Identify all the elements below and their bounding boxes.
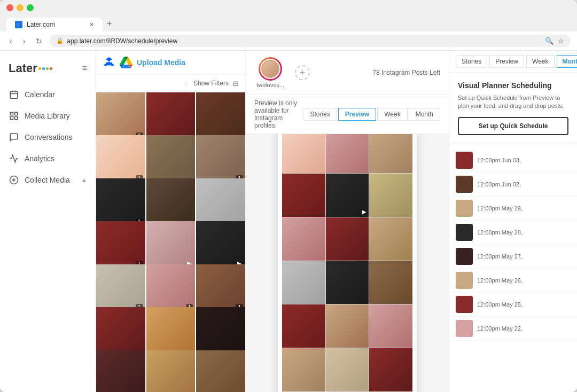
play-icon: ▶ [362,209,367,215]
phone-mockup: Rachel Korinek twolovesstudio [278,134,417,392]
media-thumb[interactable]: 1 [96,135,145,184]
media-thumb[interactable] [96,350,145,392]
media-grid: 1 1 [96,92,245,392]
schedule-item[interactable]: 12:00pm Jun 03, [449,148,577,173]
media-thumb[interactable] [96,307,145,356]
search-icon[interactable]: 🔍 [545,37,553,45]
svg-rect-0 [10,91,18,99]
filter-options-button[interactable]: ⊟ [233,80,239,88]
schedule-item[interactable]: 12:00pm May 27, [449,245,577,269]
tab-week[interactable]: Week [377,108,407,121]
profile-username: twoloves... [256,82,284,88]
dropbox-icon[interactable] [103,56,115,69]
media-thumb[interactable]: 1 [196,135,245,184]
profile-avatar[interactable] [259,57,282,81]
phone-cell [326,304,369,348]
logo-dot-yellow [38,67,41,70]
schedule-thumb [456,200,473,217]
collect-media-icon [9,175,19,185]
quick-schedule-button[interactable]: Set up Quick Schedule [458,117,568,135]
app-logo: Later [9,61,52,75]
schedule-item[interactable]: 12:00pm May 28, [449,221,577,245]
bookmark-icon[interactable]: ☆ [558,37,564,45]
svg-rect-4 [10,112,13,115]
conversations-icon [9,132,19,143]
sidebar-item-collect-media[interactable]: Collect Media ▲ [0,169,96,191]
media-thumb[interactable] [196,350,245,392]
back-button[interactable]: ‹ [6,36,15,46]
schedule-item[interactable]: 12:00pm May 22, [449,317,577,341]
media-thumb[interactable] [146,350,196,392]
refresh-button[interactable]: ↻ [33,36,45,46]
schedule-thumb [456,296,473,313]
svg-rect-7 [15,117,18,120]
star-filter-button[interactable]: ☆ [182,79,189,88]
sidebar-item-analytics[interactable]: Analytics [0,148,96,169]
browser-tab[interactable]: L Later.com ✕ [6,18,103,32]
schedule-list: 12:00pm Jun 03, 12:00pm Jun 02, 12:00pm … [449,144,577,392]
url-bar[interactable]: 🔒 app.later.com/8RDW/schedule/preview 🔍 … [50,35,571,47]
svg-rect-6 [10,117,13,120]
logo-dot-blue [42,67,45,70]
phone-grid: ▶ [282,134,412,392]
right-tab-month[interactable]: Month [557,55,577,68]
media-thumb[interactable]: 1 [96,92,145,142]
media-thumb[interactable]: ▶ [146,221,196,270]
media-thumb[interactable] [196,307,245,356]
upload-media-button[interactable]: Upload Media [137,58,185,67]
media-thumb[interactable]: 1 [96,264,145,313]
tab-close-button[interactable]: ✕ [89,21,94,28]
sidebar-logo-area: Later ≡ [0,57,96,84]
calendar-icon [9,89,19,100]
media-thumb[interactable] [146,178,196,228]
tab-preview[interactable]: Preview [338,108,376,121]
media-thumb[interactable] [146,135,196,184]
tab-month[interactable]: Month [409,108,440,121]
google-drive-icon[interactable] [120,56,132,69]
planner-section: Visual Planner Scheduling Set up Quick S… [449,73,577,144]
logo-dot-green [46,67,49,70]
media-thumb[interactable] [146,307,196,356]
schedule-item[interactable]: 12:00pm May 26, [449,269,577,293]
media-thumb[interactable]: 1 [96,221,145,270]
media-thumb[interactable] [146,92,196,142]
traffic-light-yellow[interactable] [17,4,24,11]
right-tab-stories[interactable]: Stories [456,55,487,68]
phone-cell: ▶ [326,174,369,217]
tab-stories[interactable]: Stories [303,108,337,121]
profile-area: twoloves... [254,55,286,90]
phone-cell [282,134,325,173]
media-thumb[interactable]: ▶ [196,221,245,270]
media-thumb[interactable]: 1 [96,178,145,228]
media-thumb[interactable] [196,178,245,228]
hamburger-button[interactable]: ≡ [82,64,87,73]
planner-title: Visual Planner Scheduling [458,81,568,90]
logo-dot-orange [50,67,52,70]
phone-cell [282,261,325,304]
schedule-item[interactable]: 12:00pm May 25, [449,293,577,317]
new-tab-button[interactable]: + [103,15,116,32]
phone-cell [326,348,369,391]
add-profile-button[interactable]: + [295,65,310,80]
media-panel-header: Upload Media [96,51,245,75]
url-text: app.later.com/8RDW/schedule/preview [67,37,177,45]
sidebar-item-calendar[interactable]: Calendar [0,84,96,105]
forward-button[interactable]: › [20,36,29,46]
schedule-item[interactable]: 12:00pm Jun 02, [449,173,577,197]
sidebar-item-media-library[interactable]: Media Library [0,105,96,127]
schedule-item[interactable]: 12:00pm May 29, [449,197,577,221]
media-thumb[interactable]: 1 [196,264,245,313]
phone-cell [282,304,325,348]
schedule-time: 12:00pm May 25, [477,301,523,308]
sidebar-item-conversations[interactable]: Conversations [0,127,96,148]
traffic-light-green[interactable] [27,4,34,11]
show-filters-button[interactable]: Show Filters [193,80,229,87]
media-thumb[interactable] [196,92,245,142]
collect-media-label: Collect Media [25,176,70,184]
media-thumb[interactable]: 1 [146,264,196,313]
right-tab-week[interactable]: Week [526,55,554,68]
conversations-label: Conversations [25,133,73,142]
right-tab-preview[interactable]: Preview [489,55,524,68]
media-panel: Upload Media ☆ Show Filters ⊟ 1 [96,51,246,392]
traffic-light-red[interactable] [6,4,13,11]
